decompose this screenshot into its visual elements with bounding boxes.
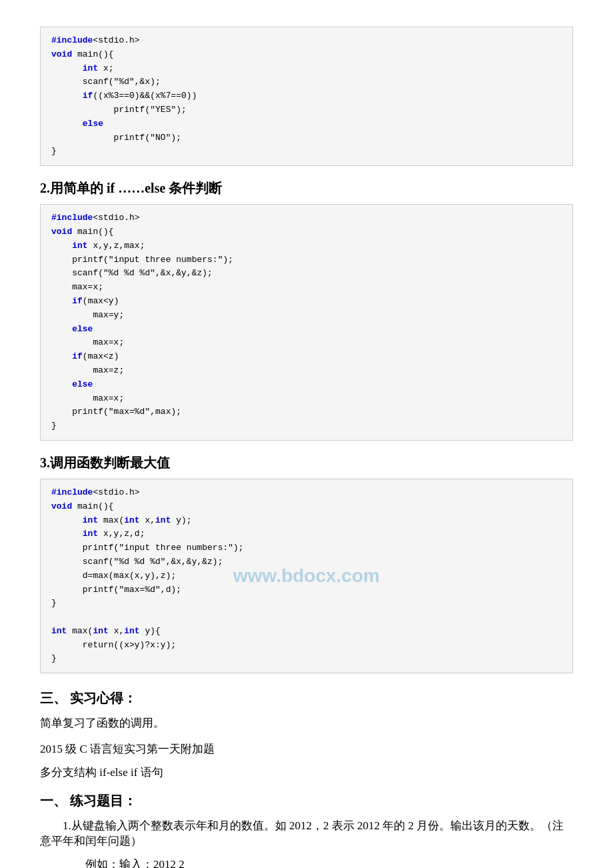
section3-body: 简单复习了函数的调用。 — [40, 715, 573, 731]
yi-heading: 一、 练习题目： — [40, 792, 573, 810]
code-block-3: #include<stdio.h> void main(){ int max(i… — [40, 479, 573, 673]
code-block-1: #include<stdio.h> void main(){ int x; sc… — [40, 27, 573, 166]
heading-3: 3.调用函数判断最大值 — [40, 454, 573, 472]
section3-heading: 三、 实习心得： — [40, 689, 573, 707]
code-block-3-wrapper: #include<stdio.h> void main(){ int max(i… — [40, 479, 573, 673]
example: 例如：输入：2012 2 — [40, 857, 573, 868]
extra-subtitle: 多分支结构 if-else if 语句 — [40, 765, 573, 780]
problem-1: 1.从键盘输入两个整数表示年和月的数值。如 2012，2 表示 2012 年的 … — [40, 818, 573, 849]
page-content: #include<stdio.h> void main(){ int x; sc… — [40, 27, 573, 868]
heading-2: 2.用简单的 if ……else 条件判断 — [40, 179, 573, 197]
extra-title: 2015 级 C 语言短实习第一天附加题 — [40, 741, 573, 757]
code-block-2: #include<stdio.h> void main(){ int x,y,z… — [40, 204, 573, 441]
